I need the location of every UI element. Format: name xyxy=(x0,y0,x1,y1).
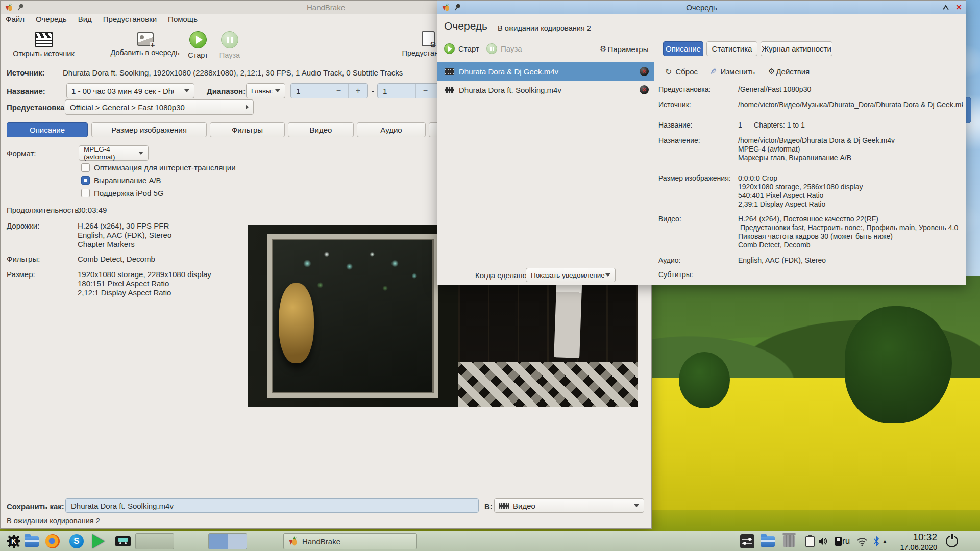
range-type-combobox[interactable]: Главы: xyxy=(246,83,285,98)
detail-row: Название: 1 Chapters: 1 to 1 xyxy=(658,121,963,130)
wifi-icon xyxy=(856,536,868,546)
clock[interactable]: 10:32 17.06.2020 xyxy=(894,532,937,551)
add-to-queue-button[interactable]: Добавить в очередь xyxy=(107,32,183,57)
power-button[interactable] xyxy=(944,534,960,549)
format-value: MPEG-4 (avformat) xyxy=(84,145,138,161)
tab-video[interactable]: Видео xyxy=(288,122,354,137)
handbrake-logo-icon xyxy=(5,3,13,12)
terminal-launcher[interactable] xyxy=(115,534,131,549)
menu-queue[interactable]: Очередь xyxy=(36,15,67,23)
start-button[interactable]: Старт xyxy=(182,31,214,59)
play-icon xyxy=(444,43,455,54)
chapter-start-spinner[interactable]: 1 − + xyxy=(290,83,368,98)
minimize-button[interactable] xyxy=(943,5,949,10)
mixer-tray-icon[interactable] xyxy=(740,534,755,549)
firefox-icon xyxy=(45,534,60,548)
tab-summary[interactable]: Описание xyxy=(7,122,88,137)
tab-label: Видео xyxy=(310,126,332,134)
handbrake-logo-icon xyxy=(288,536,298,546)
queue-edit-button[interactable]: ✎ Изменить xyxy=(710,67,755,77)
align-av-checkbox-row[interactable]: Выравнивание A/B xyxy=(81,176,161,185)
checkbox-checked-icon[interactable] xyxy=(81,176,90,185)
add-to-queue-label: Добавить в очередь xyxy=(110,48,179,57)
preset-combobox[interactable]: Official > General > Fast 1080p30 xyxy=(65,99,254,115)
tray-expand-arrow[interactable]: ▲ xyxy=(882,534,888,549)
media-player-launcher[interactable] xyxy=(91,534,106,549)
queue-item-name: Dhurata Dora ft. Soolking.m4v xyxy=(459,86,561,94)
pause-button[interactable]: Пауза xyxy=(214,31,246,59)
when-done-combobox[interactable]: Показать уведомление xyxy=(526,268,616,282)
detail-label: Субтитры: xyxy=(658,270,738,279)
kde-menu-button[interactable]: K xyxy=(6,534,21,549)
queue-tab-activity-log[interactable]: Журнал активности xyxy=(761,41,832,56)
main-statusbar-text: В ожидании кодирования 2 xyxy=(7,517,100,525)
checkbox-unchecked-icon[interactable] xyxy=(81,163,90,172)
queue-header-subtitle: В ожидании кодирования 2 xyxy=(498,24,591,32)
open-source-button[interactable]: Открыть источник xyxy=(7,32,81,58)
tab-filters[interactable]: Фильтры xyxy=(210,122,285,137)
title-combobox-arrow-button[interactable] xyxy=(179,83,194,98)
spinner-minus-button[interactable]: − xyxy=(329,84,348,98)
queue-item-1[interactable]: Dhurata Dora & Dj Geek.m4v ✕ xyxy=(437,62,654,81)
tab-picture-size[interactable]: Размер изображения xyxy=(91,122,207,137)
file-manager-launcher[interactable] xyxy=(24,534,39,549)
save-to-label: В: xyxy=(484,502,493,511)
queue-titlebar[interactable]: Очередь × xyxy=(437,1,966,14)
queue-pause-button[interactable]: Пауза xyxy=(486,43,522,54)
chevron-down-icon xyxy=(138,152,143,155)
detail-label: Видео: xyxy=(658,215,738,249)
keyboard-layout-indicator[interactable]: ru xyxy=(842,534,850,549)
detail-value: /home/victor/Видео/Музыка/Dhurata_Dora/D… xyxy=(738,101,963,109)
queue-tab-statistics[interactable]: Статистика xyxy=(706,41,757,56)
chevron-down-icon xyxy=(634,504,639,507)
pause-icon xyxy=(486,43,497,54)
checkbox-unchecked-icon[interactable] xyxy=(81,189,90,197)
taskbar: K S HandBrake xyxy=(0,531,980,551)
close-button[interactable]: × xyxy=(956,4,962,11)
trash-tray-icon[interactable] xyxy=(781,534,797,549)
clock-time: 10:32 xyxy=(913,532,937,542)
spinner-plus-button[interactable]: + xyxy=(348,84,368,98)
format-combobox[interactable]: MPEG-4 (avformat) xyxy=(79,145,149,161)
save-filename-input[interactable]: Dhurata Dora ft. Soolking.m4v xyxy=(65,498,479,513)
queue-reset-button[interactable]: ↻ Сброс xyxy=(665,67,698,77)
queue-window-title: Очередь xyxy=(437,3,966,12)
queue-start-button[interactable]: Старт xyxy=(444,43,479,54)
task-button-2[interactable] xyxy=(208,533,247,549)
tab-audio[interactable]: Аудио xyxy=(357,122,426,137)
spinner-minus-button[interactable]: − xyxy=(415,84,435,98)
delete-item-button[interactable]: ✕ xyxy=(640,85,649,94)
chevron-down-icon xyxy=(184,89,189,92)
preset-value: Official > General > Fast 1080p30 xyxy=(70,103,185,112)
menu-presets[interactable]: Предустановки xyxy=(103,15,157,23)
web-optimized-checkbox-row[interactable]: Оптимизация для интернет-трансляции xyxy=(81,163,236,172)
preview-ornament xyxy=(279,283,314,363)
ipod-checkbox-row[interactable]: Поддержка iPod 5G xyxy=(81,189,164,197)
queue-options-button[interactable]: ⚙ Параметры xyxy=(600,44,648,54)
detail-row: Источник: /home/victor/Видео/Музыка/Dhur… xyxy=(658,101,963,109)
menu-help[interactable]: Помощь xyxy=(168,15,198,23)
firefox-launcher[interactable] xyxy=(45,534,60,549)
handbrake-task-button[interactable]: HandBrake xyxy=(283,533,417,549)
queue-tab-summary[interactable]: Описание xyxy=(663,41,703,56)
skype-launcher[interactable]: S xyxy=(69,534,84,549)
menu-file[interactable]: Файл xyxy=(6,15,24,23)
wifi-tray-icon[interactable] xyxy=(854,534,870,549)
pin-icon[interactable] xyxy=(452,2,462,12)
task-button-1[interactable] xyxy=(135,533,174,549)
folder-tray-icon[interactable] xyxy=(760,534,775,549)
usb-device-icon xyxy=(835,537,842,546)
tab-label: Фильтры xyxy=(232,126,263,134)
filters-label: Фильтры: xyxy=(7,255,40,263)
menu-view[interactable]: Вид xyxy=(78,15,92,23)
queue-actions-button[interactable]: ⚙ Действия xyxy=(768,67,810,76)
pin-icon[interactable] xyxy=(15,2,25,12)
title-combobox[interactable]: 1 - 00 час 03 мин 49 сек - Dhurat... xyxy=(66,83,179,98)
delete-item-button[interactable]: ✕ xyxy=(640,67,649,76)
volume-tray-icon[interactable] xyxy=(816,534,831,549)
queue-start-label: Старт xyxy=(458,44,479,53)
save-destination-combobox[interactable]: Видео xyxy=(494,498,644,513)
clipboard-icon xyxy=(805,536,815,547)
start-label: Старт xyxy=(188,51,208,59)
queue-item-2[interactable]: Dhurata Dora ft. Soolking.m4v ✕ xyxy=(437,81,654,99)
